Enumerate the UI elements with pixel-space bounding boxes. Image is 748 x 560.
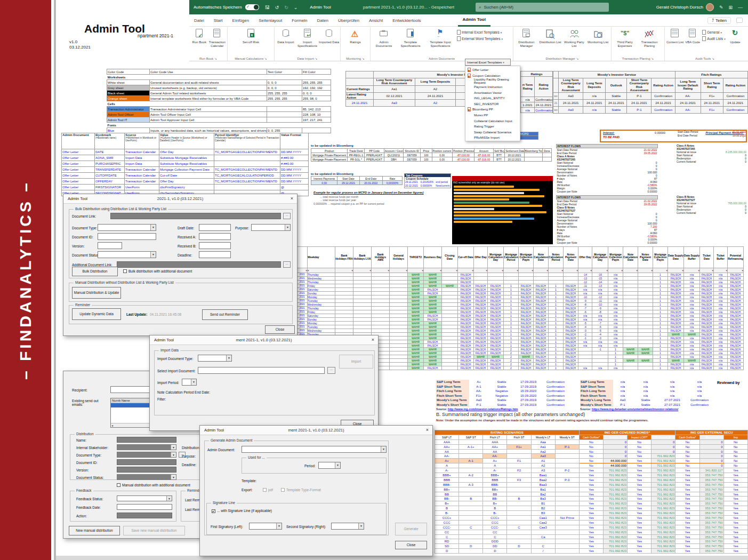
filter-button[interactable]: ▾: [608, 268, 623, 273]
external-word-templates-menu[interactable]: External Word Templates▾: [457, 36, 503, 41]
dialog-launcher-icon[interactable]: ↘: [651, 57, 654, 60]
menu-item[interactable]: Amortisation Vector: [465, 90, 520, 95]
generate-button[interactable]: Generate: [395, 523, 427, 535]
send-reminder-button[interactable]: Send out Reminder: [202, 309, 248, 320]
undo-icon[interactable]: ↺: [275, 5, 279, 10]
filter-button[interactable]: ▾: [623, 268, 638, 273]
audit-lists-menu[interactable]: Audit Lists▾: [702, 36, 726, 41]
version-field[interactable]: [117, 467, 176, 473]
tab-ueberpruefen[interactable]: Überprüfen: [333, 18, 364, 23]
comments-icon[interactable]: [736, 18, 743, 23]
browse-button[interactable]: ...: [327, 367, 335, 374]
third-party-expenses-button[interactable]: "$"Third Party Expenses: [613, 28, 637, 48]
first-signatory-select[interactable]: ▼: [249, 523, 282, 530]
search-input[interactable]: ⌕Suchen (Alt+M): [476, 3, 609, 12]
browse-button[interactable]: ...: [283, 213, 291, 219]
feedback-date-field[interactable]: [117, 504, 172, 510]
autosave-toggle[interactable]: ✓: [245, 4, 259, 10]
document-status-select[interactable]: ▼: [117, 474, 176, 480]
filter-button[interactable]: ▾: [684, 268, 700, 273]
monitoring-list-button[interactable]: Monitoring List: [586, 28, 610, 44]
filter-button[interactable]: ▾: [372, 268, 390, 273]
menu-item[interactable]: Swap Collateral Scenarios: [465, 130, 520, 135]
filter-button[interactable]: ▾: [488, 268, 504, 273]
working-party-list-button[interactable]: Working Party List: [562, 28, 586, 48]
chevron-down-icon[interactable]: ⌄: [294, 5, 298, 10]
import-type-select[interactable]: ▼: [198, 355, 232, 362]
transaction-planing-button[interactable]: Transaction Planing: [637, 28, 662, 48]
pencil-icon[interactable]: ✎: [719, 5, 723, 10]
template-format-checkbox[interactable]: Template Type-Format: [281, 488, 321, 492]
pdf-checkbox[interactable]: pdf: [263, 488, 273, 492]
filter-button[interactable]: ▾: [728, 268, 744, 273]
dialog-launcher-icon[interactable]: ↘: [214, 57, 217, 60]
dialog-launcher-icon[interactable]: ↘: [712, 57, 714, 60]
filter-button[interactable]: ▾: [424, 268, 442, 273]
filter-button[interactable]: ▾: [668, 268, 684, 273]
template-specifications-button[interactable]: Template Specifications: [396, 28, 425, 48]
menu-item[interactable]: Offer Letter: [465, 67, 520, 73]
manual-additional-checkbox[interactable]: Manual distribution with additional docu…: [117, 483, 190, 487]
stakeholder-select[interactable]: ▼: [117, 444, 176, 450]
import-specifications-button[interactable]: ↩Import Specifications: [296, 28, 319, 48]
close-button[interactable]: Close: [395, 541, 427, 549]
filter-button[interactable]: ▾: [308, 268, 335, 273]
filter-button[interactable]: ▾: [408, 268, 424, 273]
dialog-titlebar[interactable]: Admin Tool2021-1, v1.0 (03.12.2021)×: [63, 194, 297, 204]
menu-item[interactable]: ING_LEGAL_ENTITY: [465, 95, 520, 101]
distribution-manager-button[interactable]: Distribution Manager: [514, 28, 538, 48]
tab-admin-tool[interactable]: Admin Tool: [458, 14, 490, 27]
internal-excel-templates-menu[interactable]: Internal Excel Templates▾: [457, 30, 503, 35]
received-b-field[interactable]: [199, 242, 231, 249]
menu-item[interactable]: Liquidity Facility Drawing Request: [465, 78, 520, 84]
browse-button[interactable]: ...: [283, 261, 291, 268]
vba-code-button[interactable]: VBA Code: [684, 28, 701, 44]
period-select[interactable]: ▼: [318, 462, 341, 469]
select-document-field[interactable]: [198, 367, 325, 374]
document-id-field[interactable]: [117, 459, 176, 465]
tab-ansicht[interactable]: Ansicht: [364, 18, 388, 23]
document-link-field[interactable]: [110, 213, 281, 219]
import-button[interactable]: Import: [339, 355, 373, 369]
menu-item[interactable]: SEC_INVESTOR: [465, 101, 520, 107]
document-type-select[interactable]: ▼: [117, 452, 176, 458]
tab-datei[interactable]: Datei: [189, 18, 209, 23]
bulk-additional-checkbox[interactable]: Bulk distribution with additional docume…: [123, 269, 192, 273]
update-dynamic-data-button[interactable]: Update Dynamic Data: [72, 308, 121, 320]
filter-button[interactable]: ▾: [714, 268, 728, 273]
set-off-risk-button[interactable]: xSet-off Risk: [239, 28, 263, 44]
bulk-distribution-button[interactable]: Bulk Distribution: [72, 267, 118, 276]
admin-document-select[interactable]: ▼: [242, 446, 387, 453]
source-link[interactable]: http://www.ing.com/investor-relations/Ra…: [448, 407, 518, 411]
redo-icon[interactable]: ↻: [284, 5, 288, 10]
filter-button[interactable]: ▾: [297, 268, 308, 273]
admin-documents-button[interactable]: ▭Admin Documents: [372, 28, 396, 48]
document-type-select[interactable]: ▼: [98, 224, 156, 231]
tab-start[interactable]: Start: [209, 18, 228, 23]
distribution-list-button[interactable]: Distribution List: [538, 28, 562, 44]
tab-formeln[interactable]: Formeln: [287, 18, 312, 23]
additional-link-field[interactable]: [117, 261, 281, 268]
close-button[interactable]: Close: [265, 325, 295, 334]
tab-einfuegen[interactable]: Einfügen: [228, 18, 254, 23]
action-field[interactable]: [117, 513, 172, 518]
filter-button[interactable]: ▾: [564, 268, 578, 273]
document-status-select[interactable]: ▼: [98, 251, 156, 258]
received-a-field[interactable]: [199, 233, 231, 240]
source-link[interactable]: https://www.ing.de/ueber-uns/unternehmen…: [592, 407, 678, 411]
save-icon[interactable]: 🖫: [265, 5, 270, 10]
feedback-status-select[interactable]: ▼: [117, 495, 172, 501]
filter-button[interactable]: ▾: [504, 268, 519, 273]
general-menu[interactable]: General▾: [702, 30, 726, 35]
transaction-calendar-button[interactable]: Transaction Calendar: [208, 28, 227, 48]
close-icon[interactable]: ×: [372, 337, 374, 342]
template-input-specifications-button[interactable]: ⚑←Template Input Specifications: [425, 28, 456, 48]
data-import-button[interactable]: ←Data Import: [276, 28, 296, 44]
filter-button[interactable]: ▾: [638, 268, 653, 273]
new-manual-distribution-button[interactable]: New manual distribution: [69, 526, 120, 535]
name-field[interactable]: [117, 437, 176, 443]
filter-button[interactable]: ▾: [335, 268, 353, 273]
avatar[interactable]: [706, 3, 714, 11]
update-button[interactable]: ↻Update: [727, 28, 744, 44]
run-book-button[interactable]: ✓Run Book: [190, 28, 208, 44]
